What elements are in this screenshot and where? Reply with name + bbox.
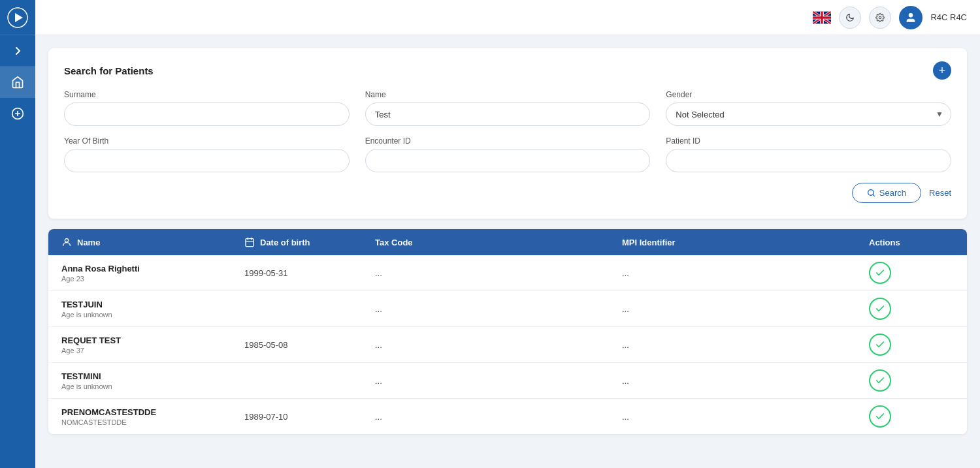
table-row: Anna Rosa Righetti Age 23 1999-05-31 ...… xyxy=(48,255,967,291)
table-body: Anna Rosa Righetti Age 23 1999-05-31 ...… xyxy=(48,255,967,434)
patient-name: REQUET TEST xyxy=(61,335,244,345)
app-logo xyxy=(0,0,35,35)
patient-name: PRENOMCASTESTDDE xyxy=(61,407,244,417)
patient-age: Age is unknown xyxy=(61,311,244,319)
reset-button[interactable]: Reset xyxy=(929,188,951,198)
name-input[interactable] xyxy=(365,102,651,126)
topbar: R4C R4C xyxy=(35,0,980,35)
sidebar-item-add[interactable] xyxy=(0,98,35,129)
action-cell xyxy=(869,262,954,284)
patient-mpi: ... xyxy=(622,268,869,278)
patient-info: TESTMINI Age is unknown xyxy=(61,371,244,390)
language-selector[interactable] xyxy=(813,11,831,24)
sidebar-item-home[interactable] xyxy=(0,67,35,98)
patient-mpi: ... xyxy=(622,304,869,314)
table-row: PRENOMCASTESTDDE NOMCASTESTDDE 1989-07-1… xyxy=(48,399,967,434)
surname-input[interactable] xyxy=(64,102,350,126)
person-icon xyxy=(61,237,72,247)
add-patient-button[interactable]: + xyxy=(933,61,951,80)
table-header: Name Date of birth Tax Code MPI Identifi… xyxy=(48,229,967,255)
search-card-header: Search for Patients + xyxy=(64,61,951,80)
checkmark-icon xyxy=(875,268,885,278)
settings-button[interactable] xyxy=(869,7,891,29)
year-of-birth-input[interactable] xyxy=(64,149,350,172)
calendar-icon xyxy=(244,237,255,247)
encounter-id-label: Encounter ID xyxy=(365,136,651,146)
theme-toggle-button[interactable] xyxy=(839,7,861,29)
patient-info: Anna Rosa Righetti Age 23 xyxy=(61,264,244,283)
select-patient-button[interactable] xyxy=(869,369,891,392)
patient-tax-code: ... xyxy=(375,304,622,314)
search-button-label: Search xyxy=(879,188,906,198)
patient-name: TESTMINI xyxy=(61,371,244,381)
patient-dob: 1985-05-08 xyxy=(244,340,375,350)
search-button[interactable]: Search xyxy=(852,183,921,203)
patient-mpi: ... xyxy=(622,340,869,350)
patient-table: Name Date of birth Tax Code MPI Identifi… xyxy=(48,229,967,434)
patient-age: Age is unknown xyxy=(61,382,244,390)
th-name: Name xyxy=(61,237,244,247)
search-card-title: Search for Patients xyxy=(64,65,154,76)
search-card: Search for Patients + Surname Name Gende… xyxy=(48,48,967,219)
form-actions: Search Reset xyxy=(64,183,951,203)
th-actions: Actions xyxy=(869,238,954,247)
year-of-birth-field-group: Year Of Birth xyxy=(64,136,350,172)
select-patient-button[interactable] xyxy=(869,298,891,320)
avatar[interactable] xyxy=(899,6,923,29)
patient-id-label: Patient ID xyxy=(666,136,951,146)
svg-point-7 xyxy=(909,13,913,17)
patient-id-field-group: Patient ID xyxy=(666,136,951,172)
svg-line-9 xyxy=(873,195,874,196)
action-cell xyxy=(869,369,954,392)
action-cell xyxy=(869,334,954,356)
sidebar xyxy=(0,0,35,468)
select-patient-button[interactable] xyxy=(869,334,891,356)
surname-field-group: Surname xyxy=(64,90,350,126)
year-of-birth-label: Year Of Birth xyxy=(64,136,350,146)
main-area: R4C R4C Search for Patients + Surname Na… xyxy=(35,0,980,468)
checkmark-icon xyxy=(875,375,885,386)
checkmark-icon xyxy=(875,304,885,314)
gender-select-wrapper: Not Selected Male Female Other ▼ xyxy=(666,102,951,126)
patient-age: NOMCASTESTDDE xyxy=(61,418,244,426)
patient-mpi: ... xyxy=(622,412,869,422)
patient-info: REQUET TEST Age 37 xyxy=(61,335,244,354)
table-row: TESTMINI Age is unknown ... ... xyxy=(48,363,967,399)
gender-label: Gender xyxy=(666,90,951,99)
patient-name: TESTJUIN xyxy=(61,300,244,309)
select-patient-button[interactable] xyxy=(869,262,891,284)
patient-info: PRENOMCASTESTDDE NOMCASTESTDDE xyxy=(61,407,244,426)
table-row: REQUET TEST Age 37 1985-05-08 ... ... xyxy=(48,327,967,363)
checkmark-icon xyxy=(875,411,885,422)
search-icon xyxy=(867,189,875,197)
checkmark-icon xyxy=(875,339,885,350)
gender-select[interactable]: Not Selected Male Female Other xyxy=(666,102,951,126)
patient-tax-code: ... xyxy=(375,268,622,278)
user-name: R4C R4C xyxy=(930,12,967,22)
patient-dob: 1999-05-31 xyxy=(244,268,375,278)
patient-tax-code: ... xyxy=(375,376,622,386)
patient-id-input[interactable] xyxy=(666,149,951,172)
content-area: Search for Patients + Surname Name Gende… xyxy=(35,35,980,468)
name-field-group: Name xyxy=(365,90,651,126)
surname-label: Surname xyxy=(64,90,350,99)
action-cell xyxy=(869,405,954,428)
table-row: TESTJUIN Age is unknown ... ... xyxy=(48,291,967,327)
th-mpi: MPI Identifier xyxy=(622,238,869,247)
gender-field-group: Gender Not Selected Male Female Other ▼ xyxy=(666,90,951,126)
patient-age: Age 23 xyxy=(61,275,244,283)
svg-rect-11 xyxy=(246,239,253,247)
encounter-id-input[interactable] xyxy=(365,149,651,172)
patient-tax-code: ... xyxy=(375,340,622,350)
encounter-id-field-group: Encounter ID xyxy=(365,136,651,172)
patient-mpi: ... xyxy=(622,376,869,386)
sidebar-expand-button[interactable] xyxy=(0,35,35,67)
patient-age: Age 37 xyxy=(61,347,244,354)
action-cell xyxy=(869,298,954,320)
svg-point-6 xyxy=(879,16,882,19)
select-patient-button[interactable] xyxy=(869,405,891,428)
patient-tax-code: ... xyxy=(375,412,622,422)
patient-dob: 1989-07-10 xyxy=(244,412,375,422)
svg-point-10 xyxy=(65,239,68,242)
name-label: Name xyxy=(365,90,651,99)
